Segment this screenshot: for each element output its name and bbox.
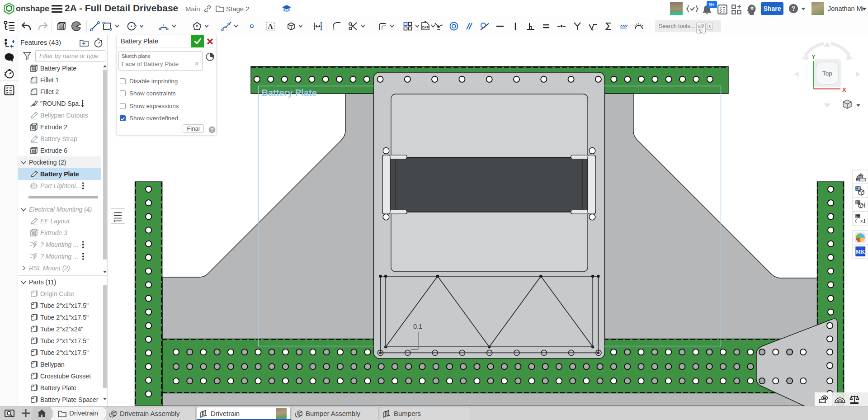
svg-text:A: A xyxy=(268,23,273,30)
svg-text:DXF: DXF xyxy=(422,26,429,29)
svg-text:Top: Top xyxy=(822,70,832,77)
svg-text:?: ? xyxy=(792,5,796,12)
svg-text:MK: MK xyxy=(856,249,865,255)
svg-text:0.1: 0.1 xyxy=(413,323,422,330)
svg-text:x: x xyxy=(860,218,863,223)
svg-text:X: X xyxy=(842,86,846,93)
svg-text:Battery Plate: Battery Plate xyxy=(262,88,317,98)
svg-text:Y: Y xyxy=(811,53,816,60)
svg-text:?: ? xyxy=(211,127,214,132)
